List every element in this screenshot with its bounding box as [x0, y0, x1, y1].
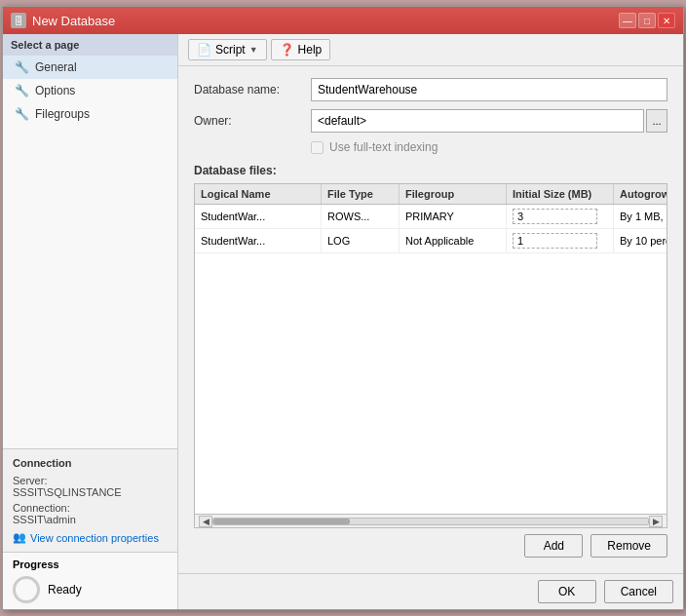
close-button[interactable]: ✕ — [658, 13, 675, 28]
cell-autogrowth-0: By 1 MB, Unlimited — [614, 205, 667, 228]
window-icon: 🗄 — [11, 13, 26, 28]
help-icon: ❓ — [280, 43, 294, 57]
maximize-button[interactable]: □ — [638, 13, 656, 28]
col-header-logical: Logical Name — [195, 184, 322, 204]
server-label: Server: SSSIT\SQLINSTANCE — [13, 475, 168, 498]
owner-label: Owner: — [194, 114, 311, 128]
cell-autogrowth-1: By 10 percent, Unlimited — [614, 229, 667, 252]
horizontal-scrollbar[interactable]: ◀ ▶ — [195, 514, 667, 527]
help-button[interactable]: ❓ Help — [271, 39, 331, 60]
sidebar-item-filegroups-label: Filegroups — [35, 107, 90, 121]
toolbar: 📄 Script ▼ ❓ Help — [178, 34, 683, 66]
progress-row: Ready — [13, 576, 168, 603]
cell-logical-1: StudentWar... — [195, 229, 322, 252]
db-name-input[interactable] — [311, 78, 667, 101]
title-bar-controls: — □ ✕ — [619, 13, 675, 28]
main-panel: 📄 Script ▼ ❓ Help Database name: — [178, 34, 683, 609]
sidebar-item-filegroups[interactable]: 🔧 Filegroups — [3, 102, 177, 126]
view-connection-text: View connection properties — [30, 532, 159, 544]
sidebar-item-general-label: General — [35, 60, 77, 74]
select-page-title: Select a page — [3, 34, 177, 56]
connection-icon: 👥 — [13, 531, 26, 544]
connection-title: Connection — [13, 457, 168, 469]
cell-filegroup-0: PRIMARY — [400, 205, 507, 228]
progress-section: Progress Ready — [3, 552, 177, 609]
col-header-initsize: Initial Size (MB) — [507, 184, 614, 204]
owner-browse-button[interactable]: ... — [646, 109, 667, 133]
ok-cancel-row: OK Cancel — [178, 573, 683, 609]
owner-input[interactable] — [311, 109, 644, 133]
connection-value: SSSIT\admin — [13, 514, 76, 525]
add-button[interactable]: Add — [524, 534, 583, 558]
view-connection-link[interactable]: 👥 View connection properties — [13, 531, 168, 544]
connection-section: Connection Server: SSSIT\SQLINSTANCE Con… — [3, 448, 177, 552]
owner-input-group: ... — [311, 109, 667, 133]
scrollbar-track[interactable] — [212, 518, 649, 525]
cell-filetype-0: ROWS... — [322, 205, 400, 228]
title-bar: 🗄 New Database — □ ✕ — [3, 7, 683, 34]
cell-logical-0: StudentWar... — [195, 205, 322, 228]
help-label: Help — [298, 43, 323, 57]
sidebar: Select a page 🔧 General 🔧 Options 🔧 File… — [3, 34, 178, 609]
table-body: StudentWar... ROWS... PRIMARY By 1 MB, U… — [195, 205, 667, 514]
col-header-filegroup: Filegroup — [400, 184, 507, 204]
progress-status: Ready — [48, 583, 82, 597]
scroll-right-button[interactable]: ▶ — [649, 516, 663, 527]
script-icon: 📄 — [197, 43, 211, 57]
content-area: Select a page 🔧 General 🔧 Options 🔧 File… — [3, 34, 683, 609]
sidebar-item-options-label: Options — [35, 84, 75, 97]
progress-circle — [13, 576, 40, 603]
script-dropdown-icon: ▼ — [249, 45, 258, 55]
server-value: SSSIT\SQLINSTANCE — [13, 486, 122, 498]
scroll-left-button[interactable]: ◀ — [199, 516, 212, 527]
fulltext-label: Use full-text indexing — [329, 140, 438, 154]
col-header-autogrowth: Autogrowth / Maxsize — [614, 184, 667, 204]
fulltext-checkbox — [311, 141, 324, 154]
table-header: Logical Name File Type Filegroup Initial… — [195, 184, 667, 205]
add-remove-row: Add Remove — [194, 528, 667, 561]
connection-info: Connection: SSSIT\admin — [13, 502, 168, 525]
wrench-icon-filegroups: 🔧 — [15, 107, 29, 121]
db-files-table: Logical Name File Type Filegroup Initial… — [194, 183, 667, 528]
sidebar-item-general[interactable]: 🔧 General — [3, 56, 177, 79]
db-files-label: Database files: — [194, 164, 667, 177]
initsize-input-0[interactable] — [513, 209, 597, 224]
owner-row: Owner: ... — [194, 109, 667, 133]
remove-button[interactable]: Remove — [591, 534, 667, 558]
wrench-icon: 🔧 — [15, 60, 29, 74]
db-name-row: Database name: — [194, 78, 667, 101]
cell-initsize-1[interactable] — [507, 229, 614, 252]
table-row[interactable]: StudentWar... LOG Not Applicable By 10 p… — [195, 229, 667, 253]
sidebar-item-options[interactable]: 🔧 Options — [3, 79, 177, 102]
script-button[interactable]: 📄 Script ▼ — [188, 39, 267, 60]
main-content: Database name: Owner: ... Use full-text … — [178, 66, 683, 573]
scrollbar-thumb[interactable] — [213, 519, 350, 524]
ok-button[interactable]: OK — [538, 580, 596, 603]
cell-filetype-1: LOG — [322, 229, 400, 252]
cell-filegroup-1: Not Applicable — [400, 229, 507, 252]
cancel-button[interactable]: Cancel — [604, 580, 673, 603]
db-name-label: Database name: — [194, 83, 311, 96]
window-title: New Database — [32, 14, 115, 28]
initsize-input-1[interactable] — [513, 233, 597, 249]
progress-title: Progress — [13, 558, 168, 570]
fulltext-row: Use full-text indexing — [194, 140, 667, 154]
script-label: Script — [215, 43, 246, 57]
wrench-icon-options: 🔧 — [15, 84, 29, 97]
col-header-filetype: File Type — [322, 184, 400, 204]
title-bar-left: 🗄 New Database — [11, 13, 115, 28]
table-row[interactable]: StudentWar... ROWS... PRIMARY By 1 MB, U… — [195, 205, 667, 229]
cell-initsize-0[interactable] — [507, 205, 614, 228]
minimize-button[interactable]: — — [619, 13, 636, 28]
main-window: 🗄 New Database — □ ✕ Select a page 🔧 Gen… — [2, 6, 684, 610]
